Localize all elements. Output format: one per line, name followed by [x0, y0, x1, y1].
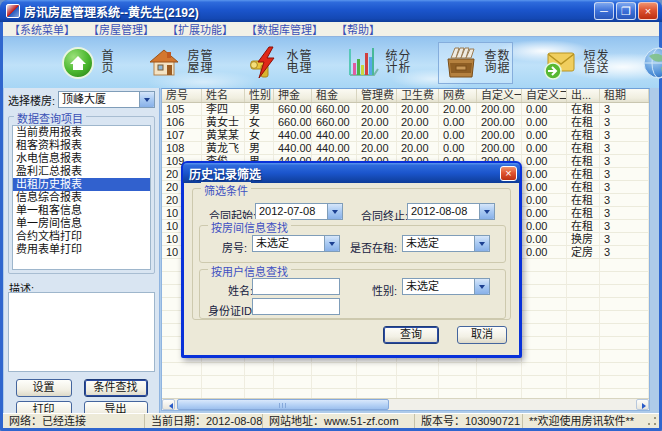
table-cell [162, 389, 202, 398]
contract-end-select[interactable]: 2012-08-08 [407, 203, 495, 220]
column-header[interactable]: 租期 [600, 89, 649, 102]
dropdown-arrow-icon[interactable] [324, 236, 339, 251]
titlebar[interactable]: 房讯房屋管理系统--黄先生(2192) ─ ❐ × [0, 0, 662, 22]
contract-start-select[interactable]: 2012-07-08 [255, 203, 343, 220]
conditional-find-button[interactable]: 条件查找 [84, 379, 148, 397]
column-header[interactable]: 性别 [245, 89, 274, 102]
table-cell [567, 350, 600, 363]
resize-grip[interactable] [646, 415, 658, 427]
table-cell [567, 311, 600, 324]
sidebar-report-item[interactable]: 出租历史报表 [13, 178, 150, 191]
table-row[interactable]: 107黄某某女440.00440.0020.0020.000.00200.000… [162, 129, 649, 142]
dropdown-arrow-icon[interactable] [474, 279, 489, 294]
menu-item-help[interactable]: 【帮助】 [336, 21, 380, 37]
tenant-name-label: 姓名: [228, 282, 253, 298]
sidebar-report-item[interactable]: 水电信息报表 [13, 152, 150, 165]
dropdown-arrow-icon[interactable] [474, 236, 489, 251]
cancel-button[interactable]: 取消 [457, 326, 507, 344]
renting-status-select[interactable]: 未选定 [402, 235, 490, 252]
statusbar: 网络：已经连接 当前日期：2012-08-08 网站地址：www.51-zf.c… [3, 413, 659, 428]
table-row[interactable]: 105李四男660.00660.0020.0020.0020.00200.000… [162, 103, 649, 116]
sidebar-report-item[interactable]: 租客资料报表 [13, 139, 150, 152]
minimize-button[interactable]: ─ [594, 2, 614, 20]
tenant-name-input[interactable] [252, 278, 340, 295]
table-cell: 200.00 [477, 116, 522, 129]
table-cell [477, 363, 522, 376]
sidebar-report-item[interactable]: 单一租客信息 [13, 204, 150, 217]
table-cell: 0.00 [522, 116, 567, 129]
sidebar-report-item[interactable]: 单一房间信息 [13, 217, 150, 230]
table-cell [600, 363, 649, 376]
column-header[interactable]: 姓名 [202, 89, 245, 102]
sidebar-report-item[interactable]: 盈利汇总报表 [13, 165, 150, 178]
dropdown-arrow-icon[interactable] [327, 204, 342, 219]
scrollbar-track[interactable] [175, 399, 636, 410]
dialog-close-button[interactable]: × [500, 166, 517, 181]
maximize-button[interactable]: ❐ [616, 2, 636, 20]
column-header[interactable]: 网费 [439, 89, 477, 102]
table-row[interactable]: 108黄龙飞男440.00440.0020.0020.000.00200.000… [162, 142, 649, 155]
column-header[interactable]: 租金 [312, 89, 357, 102]
window-title: 房讯房屋管理系统--黄先生(2192) [24, 3, 594, 20]
toolbar-item-water-electric[interactable]: 水电管理 [240, 42, 315, 84]
app-icon [6, 4, 20, 18]
table-header-row[interactable]: 房号姓名性别押金租金管理费卫生费网费自定义一自定义二出...租期 [162, 89, 649, 103]
table-cell: 3 [600, 220, 649, 233]
settings-button[interactable]: 设置 [16, 379, 72, 397]
sidebar-report-item[interactable]: 合约文档打印 [13, 230, 150, 243]
id-card-input[interactable] [252, 298, 340, 315]
description-box[interactable] [8, 292, 155, 372]
table-cell: 3 [600, 129, 649, 142]
column-header[interactable]: 自定义一 [477, 89, 522, 102]
toolbar-item-home[interactable]: 首页 [55, 42, 117, 84]
close-button[interactable]: × [638, 2, 658, 20]
building-select-label: 选择楼房: [8, 92, 55, 108]
menu-item-extend[interactable]: 【扩展功能】 [167, 21, 233, 37]
query-button[interactable]: 查询 [383, 326, 439, 344]
table-cell [567, 298, 600, 311]
dropdown-arrow-icon[interactable] [139, 92, 154, 107]
status-date: 当前日期：2012-08-08 [145, 414, 263, 428]
menu-item-database[interactable]: 【数据库管理】 [246, 21, 323, 37]
toolbar-item-service-center[interactable]: 服务中心 [636, 42, 662, 84]
sms-send-icon [542, 45, 578, 81]
dialog-titlebar[interactable]: 历史记录筛选 × [183, 163, 520, 183]
sidebar-report-item[interactable]: 信息综合报表 [13, 191, 150, 204]
column-header[interactable]: 卫生费 [397, 89, 439, 102]
horizontal-scrollbar[interactable] [162, 398, 649, 410]
table-cell: 0.00 [522, 220, 567, 233]
service-globe-icon [641, 45, 662, 81]
table-cell: 3 [600, 207, 649, 220]
table-cell [600, 337, 649, 350]
menu-item-system[interactable]: 【系统菜单】 [9, 21, 75, 37]
column-header[interactable]: 押金 [274, 89, 312, 102]
table-cell [357, 363, 397, 376]
menu-item-house[interactable]: 【房屋管理】 [88, 21, 154, 37]
toolbar-item-query-data[interactable]: 查询数据 [438, 42, 513, 84]
table-cell: 107 [162, 129, 202, 142]
table-cell: 0.00 [522, 129, 567, 142]
column-header[interactable]: 出... [567, 89, 600, 102]
sidebar-report-item[interactable]: 当前费用报表 [13, 126, 150, 139]
building-select[interactable]: 顶峰大厦 [58, 91, 155, 108]
toolbar-item-stats[interactable]: 统计分析 [339, 42, 414, 84]
room-number-select[interactable]: 未选定 [252, 235, 340, 252]
column-header[interactable]: 房号 [162, 89, 202, 102]
column-header[interactable]: 管理费 [357, 89, 397, 102]
gender-select[interactable]: 未选定 [402, 278, 490, 295]
sidebar-report-item[interactable]: 费用表单打印 [13, 243, 150, 256]
table-cell [522, 389, 567, 398]
table-cell: 108 [162, 142, 202, 155]
query-data-icon [443, 45, 479, 81]
table-cell [439, 363, 477, 376]
table-cell: 20.00 [397, 129, 439, 142]
table-row[interactable]: 106黄女士女660.00660.0020.0020.000.00200.000… [162, 116, 649, 129]
scroll-right-arrow-icon[interactable] [636, 399, 649, 410]
toolbar-item-house-manage[interactable]: 房屋管理 [141, 42, 216, 84]
column-header[interactable]: 自定义二 [522, 89, 567, 102]
toolbar-item-sms-send[interactable]: 短信发送 [537, 42, 612, 84]
scroll-left-arrow-icon[interactable] [162, 399, 175, 410]
dropdown-arrow-icon[interactable] [479, 204, 494, 219]
scrollbar-thumb[interactable] [177, 399, 389, 410]
room-info-caption: 按房间信息查找 [208, 219, 291, 235]
